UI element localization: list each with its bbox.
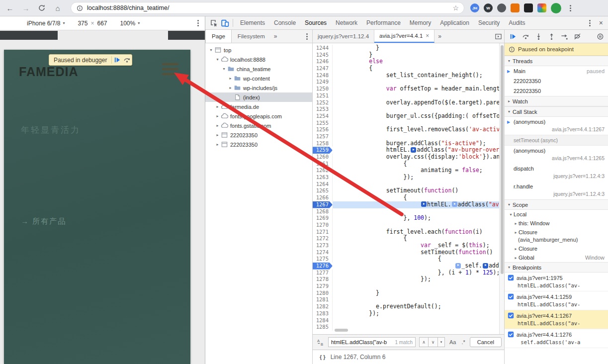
line-number[interactable]: 1250 (313, 86, 333, 92)
breakpoint-item[interactable]: avia.js?ver=4.4.1:1267htmlEL.addClass("a… (505, 310, 608, 329)
twisty-icon[interactable]: ▾ (215, 57, 220, 62)
tree-item-fonts-gstatic-com[interactable]: ▸fonts.gstatic.com (205, 121, 312, 130)
search-next-icon[interactable]: ∨ (429, 337, 438, 347)
line-number[interactable]: 1281 (313, 296, 333, 303)
twisty-icon[interactable]: ▾ (208, 48, 214, 52)
line-number[interactable]: 1252 (313, 99, 333, 106)
line-number[interactable]: 1271 (313, 229, 333, 236)
cancel-button[interactable]: Cancel (470, 337, 502, 347)
site-products-link[interactable]: → 所有产品 (21, 217, 66, 226)
tab-console[interactable]: Console (269, 16, 300, 29)
line-number[interactable]: 1268 (313, 208, 333, 215)
line-number[interactable]: 1277 (313, 270, 333, 276)
line-number[interactable]: 1282 (313, 303, 333, 310)
tree-item-farmedia-de[interactable]: ▸farmedia.de (205, 102, 312, 111)
threads-section-header[interactable]: ▾ Threads (505, 56, 608, 66)
home-icon[interactable]: ⌂ (52, 2, 64, 14)
editor-tab[interactable]: avia.js?ver=4.4.1× (374, 30, 434, 43)
breakpoint-item[interactable]: avia.js?ver=1:1975htmlEL.addClass("av- (505, 273, 608, 291)
scope-row[interactable]: ▸Closure (505, 244, 608, 253)
horizontal-scrollbar-thumb[interactable] (335, 329, 348, 332)
line-number[interactable]: 1269 (313, 215, 333, 222)
inline-breakpoint-marker[interactable] (411, 147, 416, 153)
close-tab-icon[interactable]: × (426, 32, 429, 39)
line-number[interactable]: 1253 (313, 106, 333, 113)
call-stack-frame[interactable]: (anonymous)avia.js?ver=4.4.1:1265 (505, 146, 608, 164)
extension-qr-icon[interactable] (524, 3, 533, 12)
inline-breakpoint-marker[interactable] (455, 263, 461, 269)
resume-icon[interactable] (509, 32, 517, 41)
line-number[interactable]: 1259 (313, 147, 333, 154)
twisty-icon[interactable]: ▸ (228, 76, 233, 81)
inline-breakpoint-marker[interactable] (483, 263, 488, 269)
editor-tab[interactable]: jquery.js?ver=1.12.4 (313, 30, 374, 43)
tab-performance[interactable]: Performance (362, 16, 405, 29)
twisty-icon[interactable]: ▾ (221, 67, 227, 71)
tab-overflow-icon[interactable]: » (271, 33, 280, 40)
line-number[interactable]: 1276 (313, 263, 333, 270)
zoom-selector[interactable]: 100% ▾ (120, 20, 140, 27)
replace-toggle-icon[interactable]: AB (317, 338, 325, 346)
line-number[interactable]: 1270 (313, 222, 333, 229)
twisty-icon[interactable]: ▸ (215, 133, 220, 137)
viewport-height-field[interactable]: 667 (97, 20, 107, 27)
line-number[interactable]: 1280 (313, 290, 333, 297)
device-toolbar-toggle-icon[interactable] (219, 18, 230, 28)
line-number[interactable]: 1244 (313, 45, 333, 52)
search-previous-icon[interactable]: ∧ (419, 337, 429, 347)
line-number[interactable]: 1257 (313, 133, 333, 140)
extension-orange-icon[interactable] (511, 3, 520, 12)
step-over-icon[interactable] (521, 32, 530, 41)
navigator-tab-page[interactable]: Page (205, 30, 232, 43)
match-case-toggle[interactable]: Aa (448, 339, 457, 345)
pretty-print-icon[interactable]: { } (320, 354, 326, 360)
search-history-dropdown-icon[interactable]: ▾ (438, 337, 445, 347)
breakpoint-item[interactable]: avia.js?ver=4.4.1:1259htmlEL.addClass("a… (505, 291, 608, 310)
line-number[interactable]: 1265 (313, 187, 333, 194)
line-number[interactable]: 1247 (313, 65, 333, 72)
tab-overflow-icon[interactable]: » (434, 30, 445, 43)
twisty-icon[interactable]: ▸ (513, 230, 519, 235)
tab-memory[interactable]: Memory (405, 16, 435, 29)
line-number[interactable]: 1254 (313, 113, 333, 120)
line-number[interactable]: 1273 (313, 242, 333, 249)
call-stack-section-header[interactable]: ▾ Call Stack (505, 106, 608, 117)
line-number[interactable]: 1258 (313, 140, 333, 147)
reload-icon[interactable] (36, 2, 48, 14)
line-number[interactable]: 1264 (313, 181, 333, 188)
line-number[interactable]: 1278 (313, 276, 333, 283)
tab-security[interactable]: Security (474, 16, 504, 29)
scope-row[interactable]: ▸Closure (505, 228, 608, 237)
thread-row[interactable]: ▶Mainpaused (505, 66, 608, 76)
devtools-menu-icon[interactable] (586, 19, 594, 27)
line-number[interactable]: 1275 (313, 256, 333, 263)
step-over-icon[interactable] (122, 55, 132, 65)
twisty-icon[interactable]: ▾ (508, 212, 514, 217)
tab-elements[interactable]: Elements (236, 16, 269, 29)
breakpoint-checkbox[interactable] (508, 312, 514, 319)
bookmark-star-icon[interactable]: ☆ (452, 4, 459, 12)
extension-jh-icon[interactable]: JH (470, 3, 479, 12)
panel-toggle-icon[interactable] (495, 30, 504, 43)
twisty-icon[interactable]: ▸ (513, 221, 519, 226)
site-info-icon[interactable] (76, 4, 83, 11)
twisty-icon[interactable]: ▸ (215, 142, 220, 147)
line-number[interactable]: 1245 (313, 52, 333, 59)
inline-breakpoint-marker[interactable] (452, 201, 457, 207)
back-icon[interactable]: ← (4, 2, 16, 14)
line-number[interactable]: 1255 (313, 120, 333, 127)
thread-row[interactable]: 222023350 (505, 86, 608, 96)
line-number[interactable]: 1251 (313, 92, 333, 99)
viewport-width-field[interactable]: 375 (78, 20, 87, 27)
inspect-element-icon[interactable] (208, 18, 219, 28)
twisty-icon[interactable]: ▸ (228, 86, 233, 90)
tree-item-china-teatime[interactable]: ▾china_teatime (205, 64, 312, 74)
line-number[interactable]: 1272 (313, 235, 333, 242)
breakpoints-section-header[interactable]: ▾ Breakpoints (505, 262, 608, 273)
pause-on-exceptions-icon[interactable] (596, 32, 605, 41)
close-devtools-icon[interactable]: × (599, 19, 603, 27)
vertical-scrollbar[interactable] (499, 43, 504, 334)
tab-application[interactable]: Application (435, 16, 474, 29)
tree-item-fonts-googleapis-com[interactable]: ▸fonts.googleapis.com (205, 111, 312, 121)
tree-item-wp-content[interactable]: ▸wp-content (205, 74, 312, 83)
